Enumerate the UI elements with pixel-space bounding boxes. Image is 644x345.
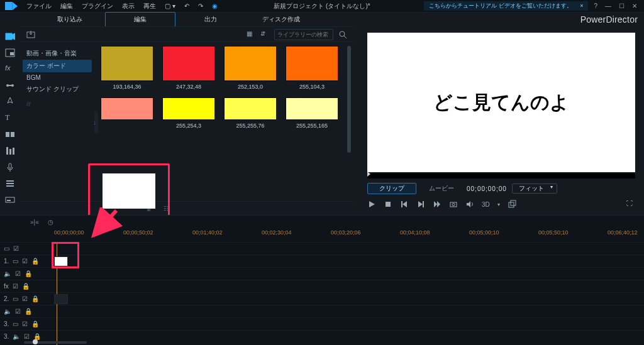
ruler-label: 00;03;20;06 <box>331 229 361 236</box>
particle-room-icon[interactable] <box>5 80 15 90</box>
ruler-label: 00;01;40;02 <box>192 229 223 236</box>
svg-rect-18 <box>6 185 14 187</box>
cat-bgm[interactable]: BGM <box>23 72 92 83</box>
svg-marker-9 <box>8 97 13 103</box>
tutorial-tip-close-icon[interactable]: × <box>580 3 583 9</box>
swatch[interactable]: 255,255,165 <box>286 97 338 129</box>
title-room-icon[interactable]: T <box>5 113 15 123</box>
scrubber-playhead-icon[interactable] <box>367 172 370 177</box>
preview-mode-movie[interactable]: ムービー <box>421 183 462 194</box>
3d-toggle[interactable]: 3D <box>482 201 490 208</box>
subtitle-room-icon[interactable] <box>5 195 15 205</box>
ruler-label: 00;04;10;08 <box>400 229 430 236</box>
menu-file[interactable]: ファイル <box>26 2 52 11</box>
track-label: 2. <box>4 295 9 302</box>
fast-forward-icon[interactable] <box>433 200 441 209</box>
swatch-label: 255,254,3 <box>176 123 201 129</box>
snapshot-icon[interactable] <box>449 200 458 209</box>
tab-import[interactable]: 取り込み <box>35 13 105 26</box>
tab-output[interactable]: 出力 <box>175 13 246 26</box>
svg-rect-11 <box>11 132 14 137</box>
volume-icon[interactable] <box>465 200 474 209</box>
undock-icon[interactable] <box>508 200 516 209</box>
preview-fit-dropdown[interactable]: フィット <box>512 183 557 194</box>
track-video-icon[interactable]: ▭ <box>4 245 9 252</box>
media-room-icon[interactable] <box>5 31 15 41</box>
ruler-label: 00;05;00;10 <box>469 229 499 236</box>
pen-tool-icon[interactable] <box>5 97 15 107</box>
voice-over-icon[interactable] <box>5 162 15 172</box>
preview-scrubber[interactable] <box>367 173 635 178</box>
import-media-icon[interactable] <box>26 30 35 39</box>
chapter-room-icon[interactable] <box>5 178 15 189</box>
swatch-label: 255,104,3 <box>299 84 325 90</box>
search-icon[interactable] <box>338 30 347 39</box>
prev-frame-icon[interactable] <box>400 200 409 209</box>
preview-mode-clip[interactable]: クリップ <box>367 183 416 194</box>
transition-room-icon[interactable] <box>5 129 15 140</box>
svg-rect-16 <box>6 180 14 182</box>
svg-rect-0 <box>5 2 13 10</box>
cat-sound-clip[interactable]: サウンド クリップ <box>23 83 92 96</box>
svg-rect-15 <box>9 163 11 168</box>
play-icon[interactable] <box>367 200 376 209</box>
tab-disc[interactable]: ディスク作成 <box>246 13 316 26</box>
swatch[interactable]: 255,104,3 <box>286 46 338 90</box>
collapse-categories-icon[interactable]: ‹ <box>94 111 98 134</box>
minimize-button[interactable]: — <box>603 3 613 9</box>
help-button[interactable]: ? <box>592 3 599 9</box>
maximize-button[interactable]: ☐ <box>617 3 626 9</box>
swatch-label: 255,255,165 <box>296 123 328 129</box>
menu-play[interactable]: 再生 <box>143 2 156 11</box>
swatch[interactable] <box>101 97 153 129</box>
grid-view-icon[interactable]: ▦ <box>247 30 255 39</box>
library-search[interactable] <box>274 29 333 40</box>
library-scrollbar[interactable] <box>347 46 351 153</box>
menu-cloud-icon[interactable]: ◉ <box>212 3 218 9</box>
swatch[interactable]: 255,254,3 <box>162 97 215 129</box>
timeline-zoom-slider[interactable] <box>24 341 87 344</box>
brand-label: PowerDirector <box>580 14 644 25</box>
next-frame-icon[interactable] <box>416 200 425 209</box>
library-search-input[interactable] <box>277 31 330 38</box>
stop-icon[interactable] <box>384 200 392 209</box>
swatch[interactable]: 247,32,48 <box>162 46 215 90</box>
ruler-label: 00;02;30;04 <box>262 229 292 236</box>
svg-rect-29 <box>423 201 424 207</box>
menu-plugin[interactable]: プラグイン <box>82 2 113 11</box>
svg-rect-14 <box>13 148 14 155</box>
menu-undo-icon[interactable]: ↶ <box>184 3 189 9</box>
tl-snap-icon[interactable]: »|« <box>30 219 39 226</box>
menu-view[interactable]: 表示 <box>122 2 135 11</box>
close-button[interactable]: ✕ <box>630 3 639 9</box>
track-lock-icon[interactable]: 🔒 <box>31 258 39 265</box>
preview-settings-icon[interactable]: ⛶ <box>626 200 635 209</box>
svg-line-23 <box>344 36 347 38</box>
swatch[interactable]: 255,255,76 <box>224 97 277 129</box>
pip-room-icon[interactable] <box>5 48 15 58</box>
preview-canvas[interactable]: どこ見てんのよ <box>367 33 635 172</box>
sort-icon[interactable]: ⇵ <box>260 30 269 39</box>
swatch-label: 255,255,76 <box>236 123 264 129</box>
menu-aspect-dropdown[interactable]: ▢ ▾ <box>165 3 175 9</box>
svg-rect-17 <box>6 183 14 184</box>
tl-marker-icon[interactable]: ◷ <box>48 219 53 226</box>
swatch[interactable]: 252,153,0 <box>224 46 277 90</box>
ruler-label: 00;05;50;10 <box>538 229 569 236</box>
tab-edit[interactable]: 編集 <box>105 12 175 27</box>
preview-text: どこ見てんのよ <box>433 90 569 116</box>
clip-dark[interactable] <box>54 294 68 304</box>
category-list: 動画・画像・音楽 カラー ボード BGM サウンド クリップ ℓℓ <box>20 42 94 201</box>
cat-color-board[interactable]: カラー ボード <box>23 60 92 72</box>
swatch[interactable]: 193,164,36 <box>101 46 153 90</box>
cat-media[interactable]: 動画・画像・音楽 <box>23 47 92 60</box>
zoom-knob[interactable] <box>33 339 38 344</box>
fx-room-icon[interactable]: fx <box>5 64 15 74</box>
annotation-arrow-icon <box>91 207 123 239</box>
menu-redo-icon[interactable]: ↷ <box>198 3 203 9</box>
tutorial-tip[interactable]: こちらからチュートリアル ビデオをご覧いただけます。 × <box>424 1 588 11</box>
menu-edit[interactable]: 編集 <box>60 2 73 11</box>
swatch-label: 193,164,36 <box>113 84 141 90</box>
audio-room-icon[interactable] <box>5 146 15 156</box>
track-audio-icon[interactable]: 🔈 <box>4 270 11 277</box>
